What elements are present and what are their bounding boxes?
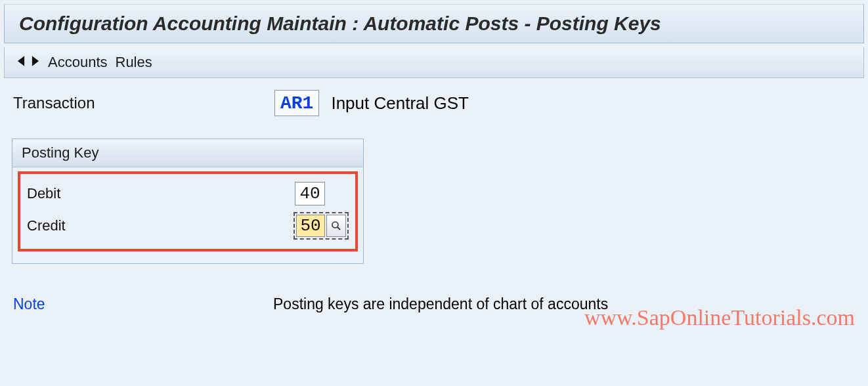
- previous-icon[interactable]: [16, 54, 26, 71]
- credit-focus-wrap: 50: [293, 212, 349, 240]
- debit-label: Debit: [27, 185, 295, 202]
- svg-point-2: [332, 222, 338, 228]
- note-text: Posting keys are independent of chart of…: [273, 295, 608, 313]
- search-icon: [331, 221, 341, 231]
- debit-row: Debit 40: [27, 182, 349, 205]
- content-area: Transaction AR1 Input Central GST Postin…: [0, 78, 868, 325]
- highlight-annotation: Debit 40 Credit 50: [18, 171, 358, 251]
- transaction-row: Transaction AR1 Input Central GST: [13, 90, 861, 116]
- watermark-text: www.SapOnlineTutorials.com: [584, 305, 855, 330]
- svg-line-3: [337, 227, 340, 230]
- transaction-code: AR1: [274, 90, 319, 116]
- credit-row: Credit 50: [27, 212, 349, 240]
- transaction-label: Transaction: [13, 94, 263, 112]
- note-label: Note: [13, 295, 273, 313]
- credit-input[interactable]: 50: [296, 215, 325, 237]
- posting-key-header: Posting Key: [12, 139, 363, 167]
- value-help-button[interactable]: [326, 215, 346, 237]
- credit-label: Credit: [27, 217, 293, 234]
- application-toolbar: Accounts Rules: [4, 47, 864, 78]
- svg-marker-0: [18, 56, 24, 66]
- next-icon[interactable]: [31, 54, 40, 71]
- rules-menu[interactable]: Rules: [116, 54, 152, 71]
- svg-marker-1: [32, 56, 39, 66]
- accounts-menu[interactable]: Accounts: [48, 54, 108, 71]
- posting-key-group: Posting Key Debit 40 Credit 50: [12, 139, 364, 264]
- debit-input[interactable]: 40: [295, 182, 325, 205]
- transaction-description: Input Central GST: [331, 93, 469, 114]
- page-title: Configuration Accounting Maintain : Auto…: [4, 4, 864, 43]
